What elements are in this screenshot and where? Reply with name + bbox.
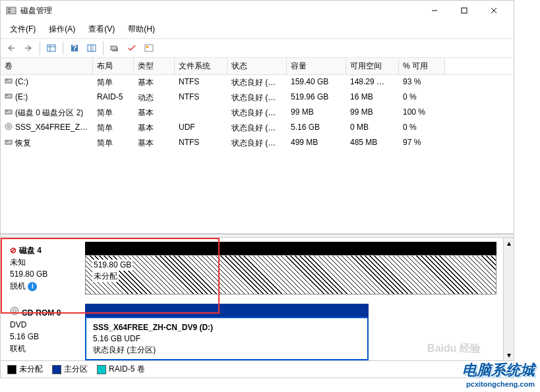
disk4-part-label: 未分配 <box>92 271 119 282</box>
volume-table: 卷 布局 类型 文件系统 状态 容量 可用空间 % 可用 (C:)简单基本NTF… <box>1 58 514 234</box>
cdrom-row[interactable]: CD-ROM 0 DVD 5.16 GB 联机 SSS_X64FREE_ZH-C… <box>7 304 496 360</box>
cdrom-header-bar <box>85 304 369 317</box>
close-button[interactable] <box>479 1 508 20</box>
svg-rect-2 <box>8 11 11 13</box>
col-layout[interactable]: 布局 <box>93 58 134 74</box>
col-volume[interactable]: 卷 <box>1 58 93 74</box>
drive-icon <box>5 77 14 87</box>
info-icon[interactable]: i <box>28 282 37 291</box>
svg-point-27 <box>8 126 10 128</box>
cdrom-partition[interactable]: SSS_X64FREE_ZH-CN_DV9 (D:) 5.16 GB UDF 状… <box>85 317 369 360</box>
menu-help[interactable]: 帮助(H) <box>123 22 160 37</box>
disk4-graphic: 519.80 GB 未分配 <box>85 242 496 294</box>
cdrom-type: DVD <box>10 319 82 331</box>
disk-error-icon: ⊘ <box>10 244 16 256</box>
disk4-part-size: 519.80 GB <box>92 260 133 271</box>
menu-action[interactable]: 操作(A) <box>44 22 80 37</box>
drive-icon <box>5 138 14 148</box>
svg-rect-23 <box>6 95 8 96</box>
svg-rect-29 <box>6 141 8 142</box>
disk4-size: 519.80 GB <box>10 268 82 280</box>
scroll-up-icon[interactable]: ▴ <box>504 238 514 248</box>
disk4-header-bar <box>85 242 496 255</box>
properties-button[interactable] <box>107 41 123 55</box>
table-row[interactable]: (E:)RAID-5动态NTFS状态良好 (…519.96 GB16 MB0 % <box>1 90 514 105</box>
col-free[interactable]: 可用空间 <box>346 58 399 74</box>
cdrom-part-size: 5.16 GB UDF <box>93 333 361 345</box>
col-capacity[interactable]: 容量 <box>287 58 346 74</box>
view-list-button[interactable] <box>44 41 59 55</box>
cdrom-part-status: 状态良好 (主分区) <box>93 345 361 356</box>
drive-icon <box>5 108 14 118</box>
svg-rect-20 <box>5 79 12 83</box>
disk4-info: ⊘磁盘 4 未知 519.80 GB 脱机 i <box>7 242 85 294</box>
svg-rect-0 <box>7 7 16 14</box>
scroll-down-icon[interactable]: ▾ <box>504 350 514 360</box>
menu-file[interactable]: 文件(F) <box>5 22 41 37</box>
cdrom-status: 联机 <box>10 343 82 354</box>
svg-rect-21 <box>6 80 8 80</box>
col-status[interactable]: 状态 <box>227 58 287 74</box>
svg-rect-24 <box>5 110 12 114</box>
menubar: 文件(F) 操作(A) 查看(V) 帮助(H) <box>1 20 514 39</box>
table-row[interactable]: (磁盘 0 磁盘分区 2)简单基本状态良好 (…99 MB99 MB100 % <box>1 105 514 121</box>
titlebar: 磁盘管理 <box>1 1 514 20</box>
svg-rect-7 <box>47 45 55 51</box>
cdrom-info: CD-ROM 0 DVD 5.16 GB 联机 <box>7 304 85 360</box>
svg-rect-4 <box>462 8 467 13</box>
table-header-row: 卷 布局 类型 文件系统 状态 容量 可用空间 % 可用 <box>1 58 514 75</box>
svg-rect-17 <box>111 46 117 50</box>
svg-rect-18 <box>145 45 153 51</box>
toolbar: ? <box>1 39 514 58</box>
window-title: 磁盘管理 <box>20 5 52 16</box>
back-button[interactable] <box>3 41 19 55</box>
menu-view[interactable]: 查看(V) <box>83 22 120 37</box>
disk4-unknown: 未知 <box>10 256 82 268</box>
svg-rect-1 <box>8 9 11 10</box>
legend-raid5: RAID-5 卷 <box>97 364 145 375</box>
col-pct[interactable]: % 可用 <box>399 58 445 74</box>
cd-icon <box>5 123 14 132</box>
minimize-button[interactable] <box>419 1 449 20</box>
svg-rect-19 <box>146 46 148 48</box>
table-row[interactable]: 恢复简单基本NTFS状态良好 (…499 MB485 MB97 % <box>1 136 514 151</box>
disk4-row[interactable]: ⊘磁盘 4 未知 519.80 GB 脱机 i 519.80 GB 未分配 <box>7 242 496 294</box>
vertical-scrollbar[interactable]: ▴ ▾ <box>503 238 514 360</box>
help-button[interactable]: ? <box>67 41 82 55</box>
cdrom-icon <box>10 306 19 319</box>
svg-text:?: ? <box>72 43 76 53</box>
maximize-button[interactable] <box>449 1 479 20</box>
col-fs[interactable]: 文件系统 <box>175 58 227 74</box>
table-row[interactable]: (C:)简单基本NTFS状态良好 (…159.40 GB148.29 …93 % <box>1 75 514 90</box>
settings-button[interactable] <box>141 41 157 55</box>
disk4-offline: 脱机 i <box>10 280 82 292</box>
refresh-button[interactable] <box>84 41 100 55</box>
svg-point-31 <box>13 310 16 312</box>
forward-button[interactable] <box>20 41 36 55</box>
table-row[interactable]: SSS_X64FREE_ZH…简单基本UDF状态良好 (…5.16 GB0 MB… <box>1 121 514 136</box>
app-icon <box>6 5 16 16</box>
legend: 未分配 主分区 RAID-5 卷 <box>1 360 514 378</box>
cdrom-part-title: SSS_X64FREE_ZH-CN_DV9 (D:) <box>93 322 361 333</box>
drive-icon <box>5 92 14 102</box>
legend-unallocated: 未分配 <box>7 364 43 375</box>
cdrom-graphic: SSS_X64FREE_ZH-CN_DV9 (D:) 5.16 GB UDF 状… <box>85 304 369 360</box>
cdrom-size: 5.16 GB <box>10 331 82 343</box>
svg-rect-22 <box>5 94 12 98</box>
svg-rect-28 <box>5 140 12 144</box>
disk-management-window: 磁盘管理 文件(F) 操作(A) 查看(V) 帮助(H) ? 卷 布局 类型 <box>0 0 514 378</box>
svg-rect-25 <box>6 111 8 111</box>
col-type[interactable]: 类型 <box>134 58 175 74</box>
table-blank-area <box>1 151 514 233</box>
check-button[interactable] <box>124 41 140 55</box>
baidu-watermark: Baidu 经验 <box>427 342 481 356</box>
legend-primary: 主分区 <box>52 364 88 375</box>
disk4-partition-unallocated[interactable]: 519.80 GB 未分配 <box>85 255 496 294</box>
